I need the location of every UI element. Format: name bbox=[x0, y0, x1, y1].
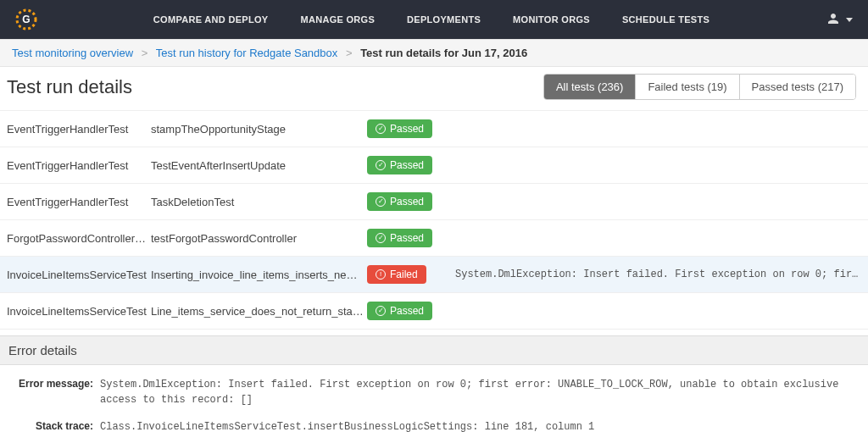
error-message-value: System.DmlException: Insert failed. Firs… bbox=[100, 377, 860, 407]
nav-deployments[interactable]: DEPLOYMENTS bbox=[407, 14, 481, 25]
test-method-cell: TestEventAfterInsertUpdate bbox=[151, 159, 367, 172]
filter-all-tests[interactable]: All tests (236) bbox=[544, 75, 636, 99]
badge-label: Passed bbox=[390, 232, 424, 244]
test-status-cell: ✓Passed bbox=[367, 229, 435, 247]
table-row[interactable]: EventTriggerHandlerTeststampTheOpportuni… bbox=[0, 111, 868, 147]
stack-trace-value: Class.InvoiceLineItemsServiceTest.insert… bbox=[100, 419, 860, 432]
page-title: Test run details bbox=[7, 76, 132, 98]
breadcrumb-history[interactable]: Test run history for Redgate Sandbox bbox=[156, 47, 338, 59]
app-logo[interactable]: G bbox=[15, 8, 37, 30]
error-details-body: Error message: System.DmlException: Inse… bbox=[0, 365, 868, 432]
breadcrumb-sep: > bbox=[346, 47, 353, 59]
nav-links: COMPARE AND DEPLOY MANAGE ORGS DEPLOYMEN… bbox=[153, 14, 709, 25]
breadcrumb-current: Test run details for Jun 17, 2016 bbox=[360, 47, 527, 59]
test-method-cell: Line_items_service_does_not_return_statu… bbox=[151, 305, 367, 318]
failed-badge: !Failed bbox=[367, 265, 426, 284]
table-row[interactable]: ForgotPasswordControllerTesttestForgotPa… bbox=[0, 220, 868, 257]
check-icon: ✓ bbox=[376, 306, 386, 316]
passed-badge: ✓Passed bbox=[367, 119, 432, 138]
badge-label: Passed bbox=[390, 305, 424, 317]
svg-text:G: G bbox=[22, 14, 30, 25]
table-row[interactable]: InvoiceLineItemsServiceTestLine_items_se… bbox=[0, 293, 868, 330]
nav-left: G bbox=[15, 8, 37, 30]
test-status-cell: !Failed bbox=[367, 265, 435, 284]
test-method-cell: testForgotPasswordController bbox=[151, 232, 367, 245]
test-class-cell: ForgotPasswordControllerTest bbox=[7, 232, 151, 245]
check-icon: ✓ bbox=[376, 197, 386, 207]
filter-passed-tests[interactable]: Passed tests (217) bbox=[740, 75, 855, 99]
table-row[interactable]: InvoiceLineItemsServiceTestInserting_inv… bbox=[0, 257, 868, 293]
test-class-cell: EventTriggerHandlerTest bbox=[7, 123, 151, 136]
check-icon: ✓ bbox=[376, 233, 386, 243]
test-message-cell: System.DmlException: Insert failed. Firs… bbox=[435, 269, 861, 280]
chevron-down-icon bbox=[846, 18, 853, 22]
check-icon: ✓ bbox=[376, 160, 386, 170]
passed-badge: ✓Passed bbox=[367, 229, 432, 247]
test-status-cell: ✓Passed bbox=[367, 302, 435, 320]
test-status-cell: ✓Passed bbox=[367, 192, 435, 211]
stack-trace-row: Stack trace: Class.InvoiceLineItemsServi… bbox=[8, 419, 860, 432]
test-class-cell: EventTriggerHandlerTest bbox=[7, 196, 151, 208]
test-results-table[interactable]: EventTriggerHandlerTeststampTheOpportuni… bbox=[0, 110, 868, 335]
nav-monitor-orgs[interactable]: MONITOR ORGS bbox=[513, 14, 590, 25]
nav-schedule-tests[interactable]: SCHEDULE TESTS bbox=[622, 14, 709, 25]
test-method-cell: Inserting_invoice_line_items_inserts_new… bbox=[151, 269, 367, 281]
test-class-cell: InvoiceLineItemsServiceTest bbox=[7, 269, 151, 281]
top-navbar: G COMPARE AND DEPLOY MANAGE ORGS DEPLOYM… bbox=[0, 0, 868, 39]
check-icon: ✓ bbox=[376, 124, 386, 134]
breadcrumb-overview[interactable]: Test monitoring overview bbox=[12, 47, 133, 59]
test-method-cell: TaskDeletionTest bbox=[151, 196, 367, 208]
test-method-cell: stampTheOpportunityStage bbox=[151, 123, 367, 136]
test-class-cell: InvoiceLineItemsServiceTest bbox=[7, 305, 151, 318]
nav-manage-orgs[interactable]: MANAGE ORGS bbox=[300, 14, 375, 25]
table-row[interactable]: EventTriggerHandlerTestTestEventAfterIns… bbox=[0, 147, 868, 184]
test-status-cell: ✓Passed bbox=[367, 156, 435, 174]
badge-label: Passed bbox=[390, 159, 424, 171]
error-icon: ! bbox=[376, 269, 386, 280]
table-row[interactable]: InvoiceTriggerHandlerTesttestNonReseller… bbox=[0, 330, 868, 335]
nav-compare-deploy[interactable]: COMPARE AND DEPLOY bbox=[153, 14, 269, 25]
user-icon bbox=[826, 11, 841, 29]
test-status-cell: ✓Passed bbox=[367, 119, 435, 138]
error-message-row: Error message: System.DmlException: Inse… bbox=[8, 377, 860, 407]
badge-label: Failed bbox=[390, 269, 418, 280]
title-row: Test run details All tests (236) Failed … bbox=[0, 67, 868, 110]
badge-label: Passed bbox=[390, 196, 424, 208]
passed-badge: ✓Passed bbox=[367, 192, 432, 211]
filter-failed-tests[interactable]: Failed tests (19) bbox=[636, 75, 739, 99]
breadcrumb-sep: > bbox=[142, 47, 148, 59]
passed-badge: ✓Passed bbox=[367, 156, 432, 174]
test-class-cell: EventTriggerHandlerTest bbox=[7, 159, 151, 172]
breadcrumb: Test monitoring overview > Test run hist… bbox=[0, 39, 868, 67]
table-row[interactable]: EventTriggerHandlerTestTaskDeletionTest✓… bbox=[0, 184, 868, 220]
error-details-header: Error details bbox=[0, 335, 868, 365]
error-message-label: Error message: bbox=[8, 377, 100, 407]
user-menu[interactable] bbox=[826, 11, 853, 29]
badge-label: Passed bbox=[390, 123, 424, 135]
filter-tabs: All tests (236) Failed tests (19) Passed… bbox=[543, 74, 856, 100]
passed-badge: ✓Passed bbox=[367, 302, 432, 320]
stack-trace-label: Stack trace: bbox=[8, 419, 100, 432]
